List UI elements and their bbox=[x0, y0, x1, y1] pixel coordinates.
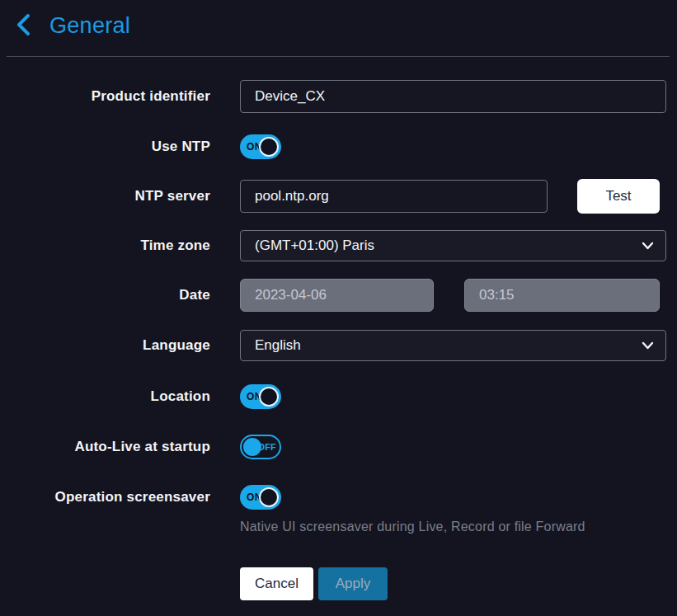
form-actions-row: Cancel Apply bbox=[0, 567, 677, 600]
use-ntp-toggle[interactable]: ON bbox=[240, 134, 281, 159]
time-input bbox=[464, 279, 660, 312]
time-zone-value: (GMT+01:00) Paris bbox=[255, 237, 374, 254]
product-identifier-label: Product identifier bbox=[0, 88, 210, 105]
ntp-server-label: NTP server bbox=[0, 188, 210, 205]
auto-live-label: Auto-Live at startup bbox=[0, 439, 210, 455]
page-title: General bbox=[49, 13, 130, 39]
time-zone-row: Time zone (GMT+01:00) Paris bbox=[0, 230, 677, 261]
location-label: Location bbox=[0, 388, 210, 405]
location-row: Location ON bbox=[0, 384, 677, 409]
chevron-left-icon bbox=[15, 12, 33, 40]
date-row: Date bbox=[0, 279, 677, 312]
general-settings-form: Product identifier Use NTP ON NTP server… bbox=[0, 57, 677, 600]
apply-button[interactable]: Apply bbox=[318, 567, 388, 600]
screensaver-helper-row: Native UI screensaver during Live, Recor… bbox=[0, 520, 677, 534]
toggle-knob bbox=[259, 387, 279, 407]
language-select[interactable]: English bbox=[240, 330, 666, 361]
general-settings-page: General Product identifier Use NTP ON NT… bbox=[0, 0, 677, 616]
product-identifier-input[interactable] bbox=[240, 80, 666, 113]
auto-live-row: Auto-Live at startup OFF bbox=[0, 435, 677, 459]
time-zone-label: Time zone bbox=[0, 237, 210, 254]
back-button[interactable] bbox=[13, 14, 35, 39]
date-input bbox=[240, 279, 434, 312]
location-toggle[interactable]: ON bbox=[240, 384, 281, 409]
chevron-down-icon bbox=[642, 341, 654, 350]
toggle-knob bbox=[259, 487, 279, 507]
ntp-server-row: NTP server Test bbox=[0, 179, 677, 214]
ntp-server-input[interactable] bbox=[240, 180, 548, 213]
operation-screensaver-toggle[interactable]: ON bbox=[240, 485, 281, 510]
toggle-knob bbox=[259, 137, 279, 157]
use-ntp-row: Use NTP ON bbox=[0, 134, 677, 159]
operation-screensaver-row: Operation screensaver ON bbox=[0, 485, 677, 510]
product-identifier-row: Product identifier bbox=[0, 80, 677, 113]
auto-live-toggle[interactable]: OFF bbox=[240, 435, 281, 459]
cancel-button[interactable]: Cancel bbox=[240, 567, 313, 600]
test-button[interactable]: Test bbox=[577, 179, 660, 214]
page-header: General bbox=[0, 0, 677, 39]
language-row: Language English bbox=[0, 330, 677, 361]
toggle-state-text: OFF bbox=[257, 442, 276, 452]
screensaver-helper-text: Native UI screensaver during Live, Recor… bbox=[240, 520, 585, 534]
time-zone-select[interactable]: (GMT+01:00) Paris bbox=[240, 230, 666, 261]
language-label: Language bbox=[0, 337, 210, 354]
chevron-down-icon bbox=[642, 242, 654, 250]
operation-screensaver-label: Operation screensaver bbox=[0, 489, 210, 505]
language-value: English bbox=[255, 337, 301, 354]
use-ntp-label: Use NTP bbox=[0, 139, 210, 155]
date-label: Date bbox=[0, 287, 210, 303]
